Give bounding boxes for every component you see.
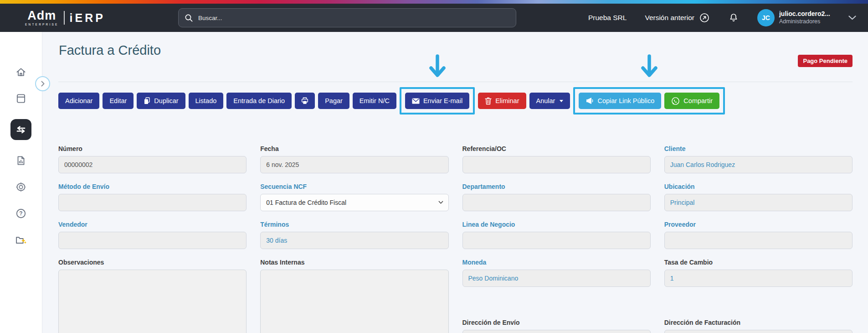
- emitir-nc-button[interactable]: Emitir N/C: [353, 93, 396, 109]
- logo-divider: [64, 11, 65, 25]
- direccion-envio-input[interactable]: [462, 330, 651, 333]
- user-names: julioc.cordero2... Administradores: [779, 10, 830, 25]
- field-group-numero: Número: [58, 145, 247, 173]
- global-search[interactable]: [178, 8, 516, 27]
- invoice-form: Número Fecha Referencia/OC Cliente Métod…: [58, 145, 853, 259]
- caret-down-icon: [560, 100, 563, 102]
- ubicacion-input[interactable]: [664, 194, 853, 211]
- terminos-input[interactable]: [260, 232, 448, 249]
- moneda-input[interactable]: [462, 270, 651, 287]
- metodo-envio-label: Método de Envío: [58, 183, 247, 190]
- field-group-vendedor: Vendedor: [58, 221, 247, 249]
- megaphone-icon: [586, 97, 594, 104]
- proveedor-input[interactable]: [664, 232, 853, 249]
- annotation-arrow-email: [427, 54, 447, 83]
- logo-adm: Adm ENTERPRISE: [25, 10, 59, 26]
- topbar: Adm ENTERPRISE iERP Prueba SRL Versión a…: [0, 4, 868, 32]
- numero-label: Número: [58, 145, 247, 152]
- notifications-bell-icon[interactable]: [728, 12, 739, 23]
- tasa-cambio-label: Tasa de Cambio: [664, 259, 853, 266]
- sidebar-item-transactions[interactable]: [10, 119, 31, 140]
- moneda-label: Moneda: [462, 259, 651, 266]
- fecha-input[interactable]: [260, 156, 448, 173]
- listado-button[interactable]: Listado: [189, 93, 224, 109]
- duplicar-button[interactable]: Duplicar: [137, 93, 185, 109]
- cliente-label: Cliente: [664, 145, 853, 152]
- departamento-input[interactable]: [462, 194, 651, 211]
- direccion-facturacion-input[interactable]: [664, 330, 853, 333]
- field-group-direccion-envio: Dirección de Envío: [462, 319, 651, 333]
- sidebar-item-reports[interactable]: [15, 155, 27, 166]
- ubicacion-label: Ubicación: [664, 183, 853, 190]
- home-icon: [15, 66, 27, 78]
- field-group-secuencia-ncf: Secuencia NCF 01 Factura de Crédito Fisc…: [260, 183, 448, 211]
- page-header: Factura a Crédito Pago Pendiente: [58, 32, 853, 82]
- company-name[interactable]: Prueba SRL: [588, 14, 627, 22]
- right-bottom-fields: Moneda Tasa de Cambio Dirección de Envío…: [462, 259, 853, 333]
- enviar-email-button[interactable]: Enviar E-mail: [405, 93, 469, 109]
- metodo-envio-input[interactable]: [58, 194, 247, 211]
- search-icon: [185, 14, 193, 22]
- field-group-referencia: Referencia/OC: [462, 145, 651, 173]
- user-menu[interactable]: JC julioc.cordero2... Administradores: [757, 9, 830, 26]
- layout: ? Factura a Crédito Pago Pendiente Adici…: [0, 32, 868, 333]
- pagar-button[interactable]: Pagar: [318, 93, 349, 109]
- anular-dropdown-button[interactable]: Anular: [529, 93, 570, 109]
- sidebar-expand-button[interactable]: [35, 76, 50, 91]
- brand-gradient-strip: [0, 0, 868, 4]
- report-icon: [15, 155, 27, 166]
- compartir-button[interactable]: Compartir: [664, 93, 719, 109]
- sidebar-item-smart-folder[interactable]: [15, 234, 27, 246]
- sidebar-item-journal[interactable]: [15, 93, 27, 104]
- field-group-fecha: Fecha: [260, 145, 448, 173]
- sidebar-item-home[interactable]: [15, 66, 27, 78]
- field-group-moneda: Moneda: [462, 259, 651, 309]
- logo-adm-text: Adm: [27, 10, 56, 22]
- referencia-label: Referencia/OC: [462, 145, 651, 152]
- annotation-arrow-share: [639, 54, 659, 83]
- observaciones-textarea[interactable]: [58, 270, 247, 333]
- toolbar: Adicionar Editar Duplicar Listado Entrad…: [58, 86, 853, 116]
- user-role: Administradores: [779, 18, 830, 26]
- logo-enterprise-text: ENTERPRISE: [25, 23, 59, 26]
- topbar-right: Prueba SRL Versión anterior JC julioc.co…: [588, 9, 856, 26]
- field-group-direccion-facturacion: Dirección de Facturación: [664, 319, 853, 333]
- eliminar-button[interactable]: Eliminar: [478, 93, 526, 109]
- observaciones-label: Observaciones: [58, 259, 247, 266]
- eliminar-label: Eliminar: [495, 97, 519, 104]
- tasa-cambio-input[interactable]: [664, 270, 853, 287]
- field-group-observaciones: Observaciones: [58, 259, 247, 333]
- adicionar-button[interactable]: Adicionar: [58, 93, 99, 109]
- printer-icon: [301, 97, 309, 105]
- search-input[interactable]: [197, 14, 510, 22]
- chevron-down-icon[interactable]: [848, 16, 856, 20]
- copiar-link-label: Copiar Link Público: [597, 97, 654, 104]
- cliente-input[interactable]: [664, 156, 853, 173]
- secuencia-ncf-select-wrap: 01 Factura de Crédito Fiscal: [260, 194, 448, 211]
- status-badge: Pago Pendiente: [798, 55, 853, 67]
- main-content: Factura a Crédito Pago Pendiente Adicion…: [42, 32, 868, 333]
- external-link-icon: [699, 12, 710, 23]
- logo-ierp-text: iERP: [70, 11, 105, 25]
- departamento-label: Departamento: [462, 183, 651, 190]
- page-title: Factura a Crédito: [59, 43, 161, 58]
- app-logo[interactable]: Adm ENTERPRISE iERP: [25, 10, 105, 26]
- sidebar-item-settings[interactable]: [15, 181, 27, 193]
- editar-button[interactable]: Editar: [103, 93, 134, 109]
- vendedor-label: Vendedor: [58, 221, 247, 228]
- notas-internas-textarea[interactable]: [260, 270, 448, 333]
- field-group-cliente: Cliente: [664, 145, 853, 173]
- help-icon: ?: [15, 208, 27, 219]
- vendedor-input[interactable]: [58, 232, 247, 249]
- numero-input[interactable]: [58, 156, 247, 173]
- sidebar-item-help[interactable]: ?: [15, 208, 27, 219]
- copiar-link-publico-button[interactable]: Copiar Link Público: [579, 93, 661, 109]
- secuencia-ncf-select[interactable]: 01 Factura de Crédito Fiscal: [260, 194, 448, 211]
- terminos-label: Términos: [260, 221, 448, 228]
- previous-version-link[interactable]: Versión anterior: [645, 12, 710, 23]
- referencia-input[interactable]: [462, 156, 651, 173]
- entrada-diario-button[interactable]: Entrada de Diario: [226, 93, 292, 109]
- print-button[interactable]: [295, 93, 315, 109]
- linea-negocio-input[interactable]: [462, 232, 651, 249]
- duplicate-icon: [144, 97, 150, 104]
